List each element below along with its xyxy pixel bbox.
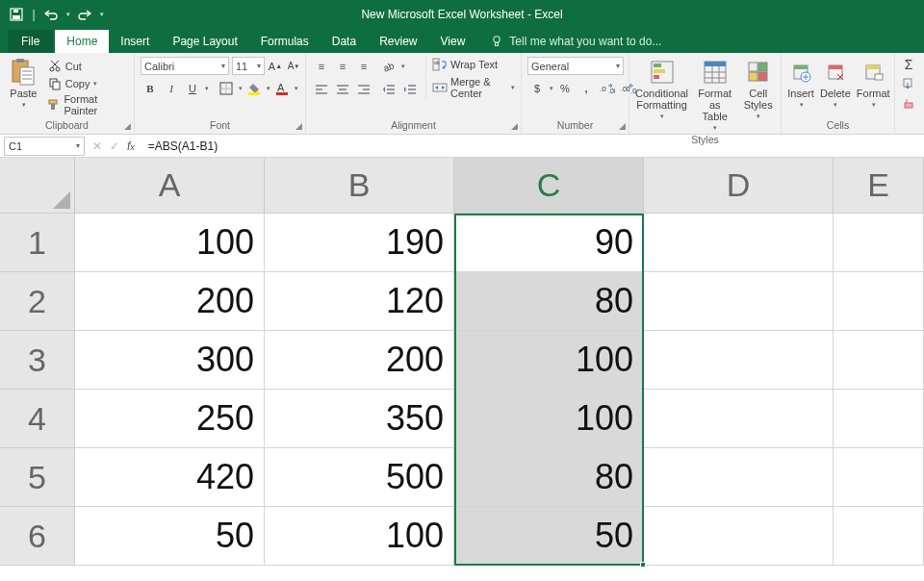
tab-data[interactable]: Data: [321, 30, 368, 53]
enter-formula-icon[interactable]: ✓: [110, 139, 119, 153]
cell[interactable]: [834, 507, 924, 566]
insert-function-icon[interactable]: fx: [127, 139, 135, 153]
accounting-format-icon[interactable]: $: [527, 79, 547, 98]
cell[interactable]: [834, 390, 924, 448]
increase-decimal-icon[interactable]: .0.00: [598, 79, 617, 98]
row-header[interactable]: 4: [0, 390, 75, 448]
redo-icon[interactable]: [76, 6, 93, 23]
cell[interactable]: 50: [75, 507, 265, 566]
percent-format-icon[interactable]: %: [555, 79, 575, 98]
tab-review[interactable]: Review: [368, 30, 428, 53]
formula-input[interactable]: =ABS(A1-B1): [142, 139, 924, 153]
insert-cells-button[interactable]: Insert ▾: [787, 57, 814, 109]
cell[interactable]: 200: [75, 272, 265, 331]
tab-file[interactable]: File: [8, 30, 53, 53]
cell[interactable]: 500: [265, 448, 454, 507]
cell[interactable]: [834, 448, 924, 507]
paste-button[interactable]: Paste ▾: [6, 57, 41, 109]
cell[interactable]: 250: [75, 390, 265, 448]
column-header-b[interactable]: B: [265, 158, 454, 214]
row-header[interactable]: 3: [0, 331, 75, 390]
fill-icon[interactable]: [901, 76, 916, 91]
cell[interactable]: 350: [265, 390, 454, 448]
cell[interactable]: 100: [75, 214, 265, 272]
fill-color-button[interactable]: [244, 79, 264, 98]
font-name-select[interactable]: Calibri▾: [141, 57, 229, 75]
row-header[interactable]: 2: [0, 272, 75, 331]
copy-button[interactable]: Copy ▾: [47, 76, 128, 91]
borders-caret-icon[interactable]: ▾: [239, 85, 243, 92]
cell[interactable]: 190: [265, 214, 454, 272]
undo-caret-icon[interactable]: ▾: [66, 11, 70, 18]
cell[interactable]: 420: [75, 448, 265, 507]
wrap-text-button[interactable]: ab Wrap Text: [432, 57, 515, 72]
orientation-caret-icon[interactable]: ▾: [401, 63, 405, 70]
increase-font-icon[interactable]: A▲: [268, 59, 283, 74]
select-all-triangle[interactable]: [0, 158, 75, 214]
name-box[interactable]: C1 ▾: [4, 137, 85, 156]
cell[interactable]: [644, 507, 834, 566]
cell[interactable]: [644, 331, 834, 390]
cancel-formula-icon[interactable]: ✕: [92, 139, 102, 153]
fill-color-caret-icon[interactable]: ▾: [267, 85, 270, 92]
align-top-icon[interactable]: ≡: [312, 57, 331, 76]
font-color-caret-icon[interactable]: ▾: [295, 85, 298, 92]
cut-button[interactable]: Cut: [47, 59, 128, 74]
tab-view[interactable]: View: [429, 30, 477, 53]
column-header-c[interactable]: C: [454, 158, 644, 214]
tab-insert[interactable]: Insert: [109, 30, 161, 53]
column-header-e[interactable]: E: [834, 158, 924, 214]
accounting-caret-icon[interactable]: ▾: [550, 85, 553, 92]
cell[interactable]: [834, 214, 924, 272]
tab-page-layout[interactable]: Page Layout: [161, 30, 248, 53]
cell[interactable]: 120: [265, 272, 454, 331]
cell[interactable]: 80: [454, 448, 644, 507]
cell[interactable]: [834, 331, 924, 390]
clear-icon[interactable]: [901, 95, 916, 111]
column-header-d[interactable]: D: [644, 158, 834, 214]
underline-caret-icon[interactable]: ▾: [205, 85, 209, 92]
comma-format-icon[interactable]: ,: [577, 79, 596, 98]
align-right-icon[interactable]: [354, 80, 373, 99]
cell[interactable]: 200: [265, 331, 454, 390]
tab-home[interactable]: Home: [55, 30, 109, 53]
decrease-font-icon[interactable]: A▼: [286, 59, 301, 74]
format-cells-button[interactable]: Format ▾: [857, 57, 890, 109]
cell[interactable]: [644, 214, 834, 272]
align-center-icon[interactable]: [333, 80, 352, 99]
cell[interactable]: 100: [265, 507, 454, 566]
delete-cells-button[interactable]: Delete ▾: [820, 57, 851, 109]
align-bottom-icon[interactable]: ≡: [354, 57, 373, 76]
number-dialog-launcher-icon[interactable]: ◢: [619, 121, 626, 131]
cell[interactable]: 300: [75, 331, 265, 390]
cell[interactable]: [644, 448, 834, 507]
autosum-icon[interactable]: Σ: [901, 57, 916, 72]
column-header-a[interactable]: A: [75, 158, 265, 214]
qat-customize-caret-icon[interactable]: ▾: [100, 11, 104, 18]
align-middle-icon[interactable]: ≡: [333, 57, 352, 76]
cell[interactable]: 50: [454, 507, 644, 566]
alignment-dialog-launcher-icon[interactable]: ◢: [511, 121, 518, 131]
cell[interactable]: 100: [454, 390, 644, 448]
cell[interactable]: [644, 390, 834, 448]
underline-button[interactable]: U: [183, 79, 202, 98]
format-as-table-button[interactable]: Format as Table ▾: [694, 57, 735, 132]
tab-formulas[interactable]: Formulas: [249, 30, 321, 53]
font-dialog-launcher-icon[interactable]: ◢: [295, 121, 302, 131]
cell[interactable]: [834, 272, 924, 331]
orientation-icon[interactable]: ab: [379, 57, 398, 76]
undo-icon[interactable]: [42, 6, 60, 23]
tell-me-search[interactable]: Tell me what you want to do...: [490, 35, 661, 53]
save-icon[interactable]: [8, 6, 25, 23]
decrease-indent-icon[interactable]: [379, 80, 398, 99]
increase-indent-icon[interactable]: [400, 80, 420, 99]
font-size-select[interactable]: 11▾: [232, 57, 265, 75]
cell-styles-button[interactable]: Cell Styles ▾: [741, 57, 775, 120]
cell[interactable]: 90: [454, 214, 644, 272]
font-color-button[interactable]: A: [272, 79, 292, 98]
row-header[interactable]: 1: [0, 214, 75, 272]
row-header[interactable]: 6: [0, 507, 75, 566]
row-header[interactable]: 5: [0, 448, 75, 507]
merge-center-button[interactable]: Merge & Center ▾: [432, 76, 515, 99]
cell[interactable]: [644, 272, 834, 331]
